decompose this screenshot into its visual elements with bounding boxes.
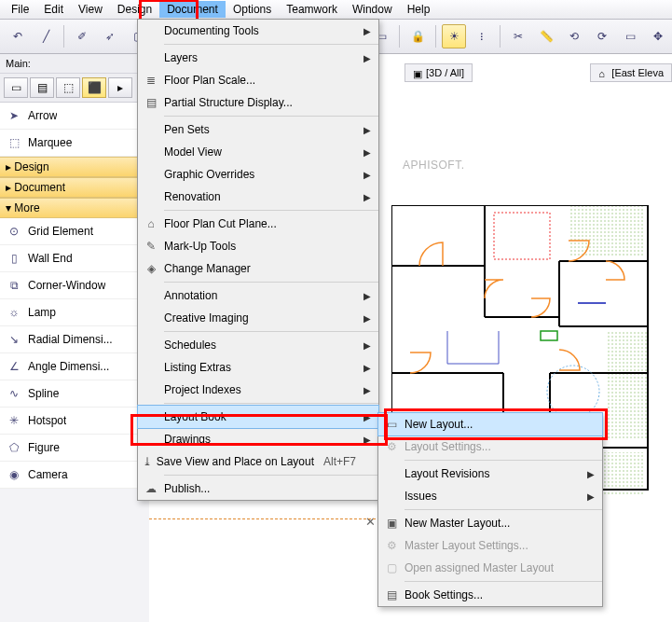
menu-file[interactable]: File [4,1,36,18]
tool-item-icon: ⊙ [6,225,22,238]
tool-item-icon: ∠ [6,360,22,373]
document-menu-icon-7 [138,141,164,163]
tool-item-icon: ↘ [6,333,22,346]
tool-item-6[interactable]: ∿Spline [0,380,149,408]
menu-help[interactable]: Help [400,1,438,18]
select-icon[interactable]: ▭ [618,24,642,48]
document-menu-item-2[interactable]: Layers▶ [138,47,378,69]
menu-teamwork[interactable]: Teamwork [279,1,345,18]
layout-submenu-item-3[interactable]: Layout Revisions▶ [378,463,602,485]
document-menu-item-19[interactable]: Listing Extras▶ [138,356,378,379]
menubar: File Edit View Design Document Options T… [0,0,672,20]
document-menu-item-6[interactable]: Pen Sets▶ [138,118,378,141]
cube-3d-icon: ▣ [413,68,422,77]
document-menu-item-11[interactable]: ⌂Floor Plan Cut Plane... [138,213,378,235]
tool-item-2[interactable]: ⧉Corner-Window [0,272,149,299]
tool-item-7[interactable]: ✳Hotspot [0,408,149,435]
layout-submenu-item-4[interactable]: Issues▶ [378,485,602,507]
document-menu-item-24[interactable]: ⤓Save View and Place on LayoutAlt+F7 [138,450,378,473]
document-menu-item-4[interactable]: ▤Partial Structure Display... [138,91,378,114]
layout-submenu-icon-10: ▤ [378,584,405,606]
info-ic4[interactable]: ⬛ [82,77,106,98]
tool-item-1[interactable]: ▯Wall End [0,245,149,272]
info-ic3[interactable]: ⬚ [56,77,80,98]
tool-header-more[interactable]: ▾ More [0,198,149,218]
param-icon[interactable]: ⫶ [470,24,494,48]
syringe-icon[interactable]: ➶ [98,24,122,48]
document-menu-icon-18 [138,334,164,356]
document-menu-item-7[interactable]: Model View▶ [138,141,378,163]
tool-item-icon: ☼ [6,306,22,319]
menu-window[interactable]: Window [345,1,400,18]
tool-item-0[interactable]: ⊙Grid Element [0,218,149,245]
tab-3d-all[interactable]: ▣ [3D / All] [405,63,473,82]
lock-icon[interactable]: 🔒 [405,24,430,48]
layout-submenu-icon-1: ⚙ [378,435,405,458]
document-menu-item-16[interactable]: Creative Imaging▶ [138,307,378,329]
tool-palette: Main: ▭ ▤ ⬚ ⬛ ▸ ➤ Arrow ⬚ Marquee ▸ Desi… [0,54,150,622]
layout-submenu-item-10[interactable]: ▤Book Settings... [378,584,602,606]
document-menu-item-15[interactable]: Annotation▶ [138,284,378,307]
svg-rect-1 [569,205,643,256]
document-menu-icon-19 [138,356,164,379]
info-ic5[interactable]: ▸ [108,77,132,98]
document-menu-item-20[interactable]: Project Indexes▶ [138,379,378,401]
document-menu-item-13[interactable]: ◈Change Manager [138,257,378,280]
document-menu-item-22[interactable]: Layout Book▶ [137,405,379,429]
tab-close-icon[interactable]: ✕ [365,515,376,529]
trace-icon[interactable]: ☀ [442,24,466,48]
tool-item-3[interactable]: ☼Lamp [0,299,149,326]
menu-design[interactable]: Design [110,1,159,18]
document-menu-item-3[interactable]: ≣Floor Plan Scale... [138,69,378,91]
move-icon[interactable]: ✥ [646,24,670,48]
menu-options[interactable]: Options [226,1,279,18]
ruler-icon[interactable]: 📏 [534,24,558,48]
menu-view[interactable]: View [71,1,110,18]
menu-edit[interactable]: Edit [36,1,71,18]
tab-east-elevation[interactable]: ⌂ [East Eleva [590,63,672,82]
document-menu-item-9[interactable]: Renovation▶ [138,186,378,208]
layout-book-submenu: ▭New Layout...⚙Layout Settings...Layout … [377,412,603,607]
tool-marquee[interactable]: ⬚ Marquee [0,130,149,157]
document-menu-item-12[interactable]: ✎Mark-Up Tools [138,235,378,257]
document-menu-item-26[interactable]: ☁Publish... [138,477,378,500]
info-ic2[interactable]: ▤ [30,77,54,98]
menu-document[interactable]: Document [159,1,226,18]
layout-submenu-item-0[interactable]: ▭New Layout... [377,412,603,436]
arrow-icon: ➤ [6,109,22,122]
tool-item-5[interactable]: ∠Angle Dimensi... [0,353,149,380]
tool-item-4[interactable]: ↘Radial Dimensi... [0,326,149,353]
rotr-icon[interactable]: ⟳ [590,24,614,48]
layout-submenu-icon-3 [378,463,405,485]
scissors-icon[interactable]: ✂ [506,24,530,48]
watermark-text: APHISOFT. [403,159,465,172]
rotl-icon[interactable]: ⟲ [562,24,586,48]
document-menu-icon-26: ☁ [138,477,164,500]
layout-submenu-item-8: ▢Open assigned Master Layout [378,557,602,579]
tool-header-design[interactable]: ▸ Design [0,157,149,177]
line-icon[interactable]: ╱ [34,24,58,48]
dropper-icon[interactable]: ✐ [70,24,94,48]
document-menu-icon-4: ▤ [138,91,164,114]
tool-header-document[interactable]: ▸ Document [0,177,149,198]
tool-item-9[interactable]: ◉Camera [0,462,149,489]
layout-submenu-item-1: ⚙Layout Settings... [378,435,602,458]
tool-item-icon: ✳ [6,414,22,427]
tool-arrow[interactable]: ➤ Arrow [0,103,149,130]
undo-icon[interactable]: ↶ [6,24,30,48]
document-menu-icon-22 [138,406,164,428]
document-menu-item-23[interactable]: Drawings▶ [138,428,378,450]
document-menu-item-0[interactable]: Documenting Tools▶ [138,20,378,42]
document-menu-icon-3: ≣ [138,69,164,91]
document-menu-icon-23 [138,428,164,450]
marquee-icon: ⬚ [6,136,22,149]
document-menu-item-8[interactable]: Graphic Overrides▶ [138,163,378,186]
tool-item-8[interactable]: ⬠Figure [0,435,149,462]
tool-item-icon: ◉ [6,468,22,481]
document-menu-item-18[interactable]: Schedules▶ [138,334,378,356]
info-ic1[interactable]: ▭ [4,77,28,98]
layout-submenu-icon-0: ▭ [378,413,405,435]
layout-submenu-item-6[interactable]: ▣New Master Layout... [378,512,602,534]
elevation-icon: ⌂ [598,68,608,77]
document-menu-icon-8 [138,163,164,186]
